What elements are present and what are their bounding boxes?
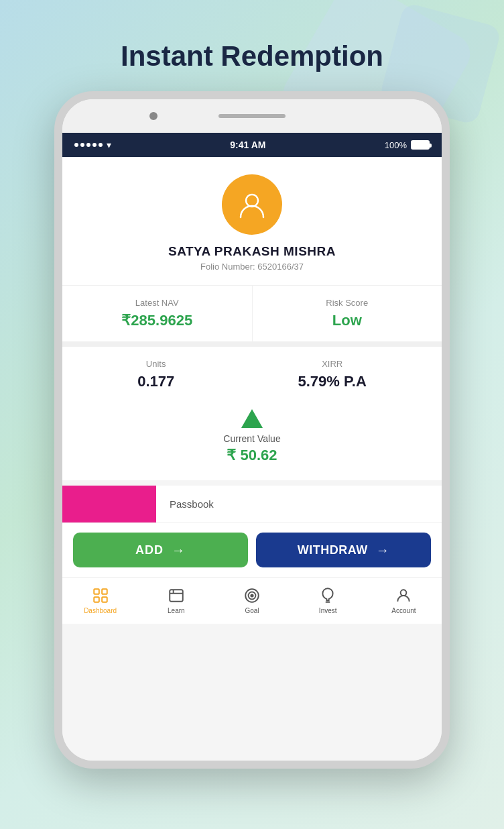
current-value-amount: ₹ 50.62	[227, 447, 277, 464]
app-content: SATYA PRAKASH MISHRA Folio Number: 65201…	[62, 157, 442, 761]
nav-label-dashboard: Dashboard	[84, 607, 117, 614]
phone-frame: ▾ 9:41 AM 100% SATYA PRAKASH MISHRA Foli…	[54, 91, 450, 769]
units-value: 0.177	[137, 373, 174, 390]
svg-point-0	[246, 195, 258, 207]
units-item: Units 0.177	[137, 359, 174, 390]
status-time: 9:41 AM	[230, 140, 265, 150]
svg-rect-4	[102, 597, 107, 602]
svg-point-10	[251, 594, 253, 596]
passbook-label[interactable]: Passbook	[156, 498, 214, 510]
battery-icon	[411, 140, 430, 150]
xirr-label: XIRR	[298, 359, 367, 369]
latest-nav-item: Latest NAV ₹285.9625	[62, 286, 253, 341]
nav-label-learn: Learn	[168, 607, 185, 614]
nav-item-learn[interactable]: Learn	[138, 577, 214, 624]
user-name: SATYA PRAKASH MISHRA	[168, 244, 336, 259]
risk-score-value: Low	[266, 312, 429, 329]
current-value-label: Current Value	[223, 433, 280, 444]
stats-card: Latest NAV ₹285.9625 Risk Score Low	[62, 285, 442, 347]
withdraw-arrow-icon: →	[376, 543, 390, 558]
triangle-up-icon	[241, 409, 263, 428]
passbook-tab-active[interactable]	[62, 486, 156, 522]
passbook-section: Passbook	[62, 486, 442, 523]
battery-percentage: 100%	[385, 140, 407, 150]
nav-item-invest[interactable]: Invest	[290, 577, 366, 624]
units-card: Units 0.177 XIRR 5.79% P.A Current Value…	[62, 347, 442, 480]
svg-rect-1	[94, 589, 99, 594]
invest-icon	[319, 587, 336, 604]
wifi-icon: ▾	[107, 140, 111, 150]
folio-number: Folio Number: 6520166/37	[200, 262, 304, 272]
units-row: Units 0.177 XIRR 5.79% P.A	[76, 359, 428, 390]
action-buttons: ADD → WITHDRAW →	[62, 523, 442, 577]
units-label: Units	[137, 359, 174, 369]
nav-item-goal[interactable]: Goal	[214, 577, 290, 624]
svg-point-12	[401, 590, 407, 596]
nav-label-goal: Goal	[245, 607, 259, 614]
bottom-nav: Dashboard Learn Goal	[62, 577, 442, 624]
status-left: ▾	[74, 140, 111, 150]
page-title: Instant Redemption	[121, 40, 383, 72]
withdraw-button[interactable]: WITHDRAW →	[256, 533, 431, 567]
nav-label-account: Account	[391, 607, 416, 614]
latest-nav-value: ₹285.9625	[76, 312, 239, 329]
latest-nav-label: Latest NAV	[76, 298, 239, 308]
add-button-label: ADD	[135, 543, 164, 557]
phone-top	[62, 99, 442, 133]
add-button[interactable]: ADD →	[73, 533, 248, 567]
svg-rect-3	[94, 597, 99, 602]
nav-label-invest: Invest	[319, 607, 337, 614]
svg-rect-5	[170, 590, 183, 601]
signal-dots	[74, 143, 103, 147]
phone-camera	[149, 112, 158, 120]
phone-speaker	[218, 114, 286, 118]
xirr-value: 5.79% P.A	[298, 373, 367, 390]
risk-score-label: Risk Score	[266, 298, 429, 308]
status-bar: ▾ 9:41 AM 100%	[62, 133, 442, 157]
goal-icon	[243, 587, 261, 604]
svg-rect-2	[102, 589, 107, 594]
add-arrow-icon: →	[172, 543, 186, 558]
learn-icon	[168, 587, 185, 604]
risk-score-item: Risk Score Low	[253, 286, 442, 341]
avatar	[222, 174, 282, 235]
status-right: 100%	[385, 140, 430, 150]
profile-section: SATYA PRAKASH MISHRA Folio Number: 65201…	[62, 157, 442, 285]
nav-item-account[interactable]: Account	[366, 577, 442, 624]
withdraw-button-label: WITHDRAW	[298, 543, 368, 557]
dashboard-icon	[92, 587, 109, 604]
account-icon	[395, 587, 412, 604]
xirr-item: XIRR 5.79% P.A	[298, 359, 367, 390]
nav-item-dashboard[interactable]: Dashboard	[62, 577, 138, 624]
current-value-section: Current Value ₹ 50.62	[76, 404, 428, 464]
